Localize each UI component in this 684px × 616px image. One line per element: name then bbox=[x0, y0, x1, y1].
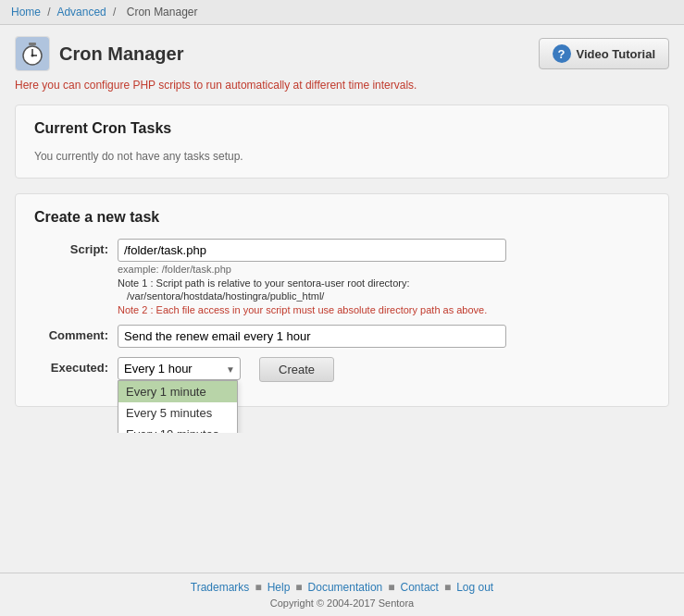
comment-field bbox=[118, 325, 650, 348]
create-task-panel: Create a new task Script: example: /fold… bbox=[15, 193, 669, 407]
script-hint: example: /folder/task.php bbox=[118, 264, 650, 275]
page-header-left: Cron Manager bbox=[15, 36, 183, 71]
current-tasks-title: Current Cron Tasks bbox=[34, 120, 650, 137]
breadcrumb-advanced[interactable]: Advanced bbox=[56, 6, 106, 18]
note1-path: /var/sentora/hostdata/hostingra/public_h… bbox=[127, 290, 650, 302]
breadcrumb: Home / Advanced / Cron Manager bbox=[0, 0, 684, 25]
cron-svg-icon bbox=[16, 37, 49, 70]
breadcrumb-current: Cron Manager bbox=[127, 6, 198, 18]
dropdown-item-every-5-minutes[interactable]: Every 5 minutes bbox=[118, 402, 237, 424]
create-button[interactable]: Create bbox=[259, 357, 334, 382]
video-tutorial-label: Video Tutorial bbox=[577, 47, 655, 61]
help-icon: ? bbox=[553, 44, 571, 63]
main-content: Cron Manager ? Video Tutorial Here you c… bbox=[0, 25, 684, 433]
note1-text: Note 1 : Script path is relative to your… bbox=[118, 277, 650, 289]
dropdown-menu: Every 1 minute Every 5 minutes Every 10 … bbox=[118, 380, 238, 433]
script-row: Script: example: /folder/task.php Note 1… bbox=[34, 239, 650, 315]
comment-row: Comment: bbox=[34, 325, 650, 348]
script-field: example: /folder/task.php Note 1 : Scrip… bbox=[118, 239, 650, 315]
script-label: Script: bbox=[34, 239, 108, 256]
comment-input[interactable] bbox=[118, 325, 506, 348]
executed-select[interactable]: Every 1 minuteEvery 5 minutesEvery 10 mi… bbox=[118, 357, 241, 380]
page-header: Cron Manager ? Video Tutorial bbox=[15, 36, 669, 71]
executed-label: Executed: bbox=[34, 357, 108, 375]
current-tasks-panel: Current Cron Tasks You currently do not … bbox=[15, 105, 669, 179]
create-task-title: Create a new task bbox=[34, 209, 650, 226]
description-text: Here you can configure PHP scripts to ru… bbox=[15, 79, 669, 92]
note2-text: Note 2 : Each file access in your script… bbox=[118, 304, 650, 315]
video-tutorial-button[interactable]: ? Video Tutorial bbox=[539, 38, 669, 69]
breadcrumb-home[interactable]: Home bbox=[11, 6, 41, 18]
executed-row: Executed: Every 1 minuteEvery 5 minutesE… bbox=[34, 357, 650, 382]
cron-icon bbox=[15, 36, 50, 71]
comment-label: Comment: bbox=[34, 325, 108, 342]
dropdown-item-every-10-minutes[interactable]: Every 10 minutes bbox=[118, 424, 237, 433]
svg-point-4 bbox=[31, 55, 34, 57]
dropdown-item-every-1-minute[interactable]: Every 1 minute bbox=[118, 381, 237, 402]
page-title: Cron Manager bbox=[59, 43, 183, 65]
script-input[interactable] bbox=[118, 239, 506, 262]
executed-field: Every 1 minuteEvery 5 minutesEvery 10 mi… bbox=[118, 357, 241, 380]
no-tasks-text: You currently do not have any tasks setu… bbox=[34, 150, 650, 163]
svg-rect-5 bbox=[29, 43, 36, 45]
select-wrapper: Every 1 minuteEvery 5 minutesEvery 10 mi… bbox=[118, 357, 241, 380]
